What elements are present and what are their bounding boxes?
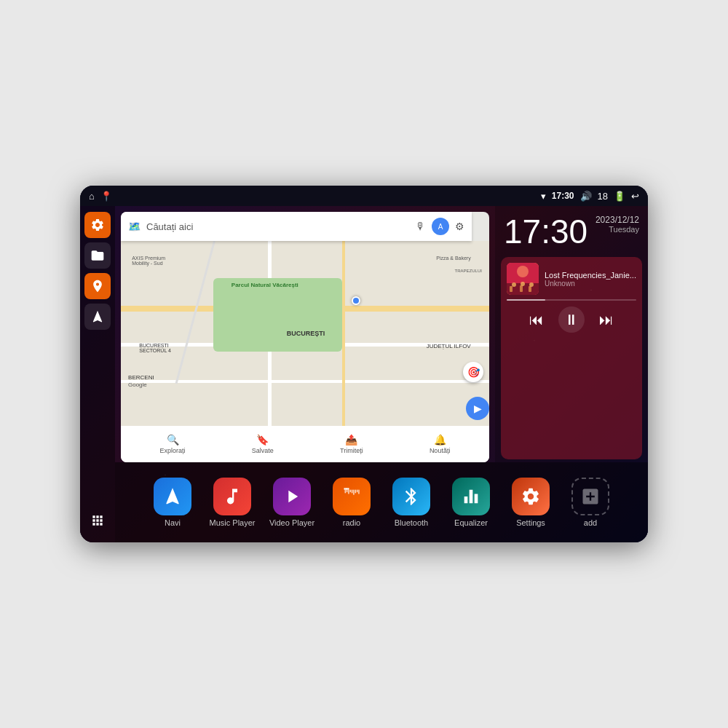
app-dock: Navi Music Player Video Player bbox=[115, 462, 648, 542]
clock-time: 17:30 bbox=[504, 215, 587, 248]
clock-widget: 17:30 2023/12/12 Tuesday bbox=[495, 206, 648, 254]
mic-icon[interactable]: 🎙 bbox=[416, 221, 426, 232]
bluetooth-label: Bluetooth bbox=[395, 518, 428, 527]
status-bar: ⌂ 📍 ▾ 17:30 🔊 18 🔋 ↩ bbox=[80, 186, 648, 206]
map-container[interactable]: 🗺️ Căutați aici 🎙 A ⚙ bbox=[121, 212, 489, 462]
music-widget[interactable]: Lost Frequencies_Janie... Unknown ⏮ ⏸ ⏭ bbox=[501, 257, 642, 459]
svg-rect-9 bbox=[344, 488, 346, 489]
radio-icon bbox=[333, 478, 371, 515]
status-right: ▾ 17:30 🔊 18 🔋 ↩ bbox=[541, 191, 639, 202]
volume-icon: 🔊 bbox=[580, 191, 592, 202]
google-logo: Google bbox=[128, 381, 147, 388]
clock-date-value: 2023/12/12 bbox=[596, 215, 639, 225]
music-prev-btn[interactable]: ⏮ bbox=[529, 312, 544, 328]
battery-level: 18 bbox=[598, 191, 608, 202]
add-label: add bbox=[584, 518, 597, 527]
wifi-icon: ▾ bbox=[541, 191, 546, 202]
sidebar-navigation-icon[interactable] bbox=[84, 304, 111, 330]
sidebar-settings-icon[interactable] bbox=[84, 212, 111, 238]
bluetooth-icon bbox=[392, 478, 430, 515]
navi-label: Navi bbox=[165, 518, 181, 527]
map-nav-btn[interactable]: ▶ bbox=[466, 397, 489, 420]
home-icon[interactable]: ⌂ bbox=[89, 191, 95, 202]
music-artist: Unknown bbox=[545, 280, 636, 288]
music-player-icon bbox=[213, 478, 251, 515]
clock-date: 2023/12/12 Tuesday bbox=[596, 215, 639, 234]
equalizer-label: Equalizer bbox=[454, 518, 488, 527]
svg-rect-19 bbox=[357, 490, 357, 493]
music-progress-bar[interactable] bbox=[507, 299, 636, 301]
main-area: 🗺️ Căutați aici 🎙 A ⚙ bbox=[80, 206, 648, 542]
music-title: Lost Frequencies_Janie... bbox=[545, 271, 636, 280]
top-row: 🗺️ Căutați aici 🎙 A ⚙ bbox=[115, 206, 648, 462]
map-saved-btn[interactable]: 🔖 Salvate bbox=[252, 434, 274, 454]
svg-rect-6 bbox=[510, 286, 513, 292]
right-panel: 17:30 2023/12/12 Tuesday bbox=[495, 206, 648, 462]
settings-icon bbox=[512, 478, 550, 515]
music-details: Lost Frequencies_Janie... Unknown bbox=[545, 271, 636, 288]
svg-point-1 bbox=[517, 266, 529, 277]
svg-rect-8 bbox=[529, 286, 531, 292]
map-area[interactable]: 🗺️ Căutați aici 🎙 A ⚙ bbox=[115, 206, 495, 462]
app-settings[interactable]: Settings bbox=[502, 478, 559, 527]
map-search-input[interactable]: Căutați aici bbox=[146, 221, 410, 232]
svg-rect-15 bbox=[350, 490, 351, 493]
maps-logo-icon: 🗺️ bbox=[128, 221, 141, 232]
map-updates-btn[interactable]: 🔔 Noutăți bbox=[430, 434, 451, 454]
music-play-btn[interactable]: ⏸ bbox=[558, 306, 585, 333]
music-progress-fill bbox=[507, 299, 545, 301]
app-bluetooth[interactable]: Bluetooth bbox=[383, 478, 440, 527]
status-time: 17:30 bbox=[552, 191, 574, 201]
svg-rect-20 bbox=[358, 490, 359, 494]
svg-rect-13 bbox=[347, 490, 347, 493]
map-bottom-bar: 🔍 Explorați 🔖 Salvate 📤 Trimiteți bbox=[121, 426, 489, 462]
sidebar-files-icon[interactable] bbox=[84, 242, 111, 269]
battery-icon: 🔋 bbox=[614, 191, 625, 202]
svg-point-3 bbox=[512, 282, 516, 287]
navi-icon bbox=[154, 478, 191, 515]
video-player-icon bbox=[273, 478, 311, 515]
music-album-art bbox=[507, 263, 539, 295]
map-search-bar[interactable]: 🗺️ Căutați aici 🎙 A ⚙ bbox=[121, 212, 472, 241]
svg-rect-10 bbox=[346, 488, 347, 489]
map-settings-icon[interactable]: ⚙ bbox=[455, 221, 464, 232]
app-radio[interactable]: radio bbox=[323, 478, 380, 527]
sidebar-maps-icon[interactable] bbox=[84, 273, 111, 299]
clock-day: Tuesday bbox=[596, 225, 639, 234]
app-video-player[interactable]: Video Player bbox=[264, 478, 320, 527]
radio-label: radio bbox=[343, 518, 360, 527]
video-player-label: Video Player bbox=[269, 518, 314, 527]
sidebar-grid-icon[interactable] bbox=[84, 507, 111, 534]
svg-rect-12 bbox=[345, 490, 346, 494]
status-left: ⌂ 📍 bbox=[89, 191, 112, 202]
back-icon[interactable]: ↩ bbox=[631, 191, 639, 202]
map-location-btn[interactable]: 🎯 bbox=[463, 362, 483, 382]
map-visual: AXIS PremiumMobility - Sud Parcul Natura… bbox=[121, 241, 489, 426]
music-next-btn[interactable]: ⏭ bbox=[599, 312, 614, 328]
sidebar bbox=[80, 206, 115, 542]
app-music-player[interactable]: Music Player bbox=[204, 478, 261, 527]
add-icon bbox=[571, 478, 609, 515]
svg-rect-18 bbox=[355, 490, 356, 494]
svg-rect-17 bbox=[353, 490, 354, 495]
maps-pin-icon[interactable]: 📍 bbox=[100, 191, 112, 202]
app-navi[interactable]: Navi bbox=[144, 478, 201, 527]
app-equalizer[interactable]: Equalizer bbox=[443, 478, 499, 527]
music-player-label: Music Player bbox=[210, 518, 256, 527]
app-add[interactable]: add bbox=[562, 478, 619, 527]
svg-rect-14 bbox=[348, 490, 349, 494]
svg-rect-7 bbox=[520, 285, 523, 292]
svg-rect-11 bbox=[347, 488, 349, 489]
map-explore-btn[interactable]: 🔍 Explorați bbox=[160, 434, 186, 454]
map-share-btn[interactable]: 📤 Trimiteți bbox=[340, 434, 363, 454]
settings-label: Settings bbox=[516, 518, 545, 527]
svg-rect-16 bbox=[352, 490, 352, 494]
equalizer-icon bbox=[452, 478, 490, 515]
content-pane: 🗺️ Căutați aici 🎙 A ⚙ bbox=[115, 206, 648, 542]
device-frame: ⌂ 📍 ▾ 17:30 🔊 18 🔋 ↩ bbox=[80, 186, 648, 542]
music-controls: ⏮ ⏸ ⏭ bbox=[507, 306, 636, 333]
music-info: Lost Frequencies_Janie... Unknown bbox=[507, 263, 636, 295]
account-icon[interactable]: A bbox=[432, 218, 449, 235]
